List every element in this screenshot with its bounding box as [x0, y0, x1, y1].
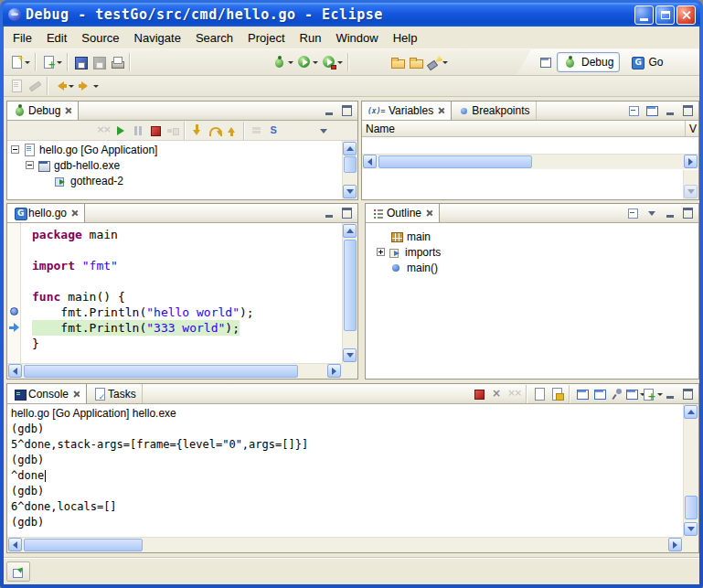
close-tab-icon[interactable]: [438, 107, 445, 114]
new-file-dropdown-icon[interactable]: [56, 55, 62, 69]
scrollbar-thumb[interactable]: [378, 155, 532, 168]
close-tab-icon[interactable]: [71, 209, 79, 217]
tab-breakpoints[interactable]: Breakpoints: [452, 102, 536, 120]
tab-tasks[interactable]: Tasks: [87, 384, 143, 403]
debug-dropdown-icon[interactable]: [287, 55, 293, 69]
show-stdout-button[interactable]: [574, 386, 591, 402]
editor-annotation-ruler[interactable]: [7, 223, 21, 363]
console-vertical-scrollbar[interactable]: [683, 404, 698, 537]
run-dropdown-button[interactable]: [295, 51, 320, 73]
maximize-view-button[interactable]: [679, 386, 697, 401]
save-all-button[interactable]: [90, 51, 108, 73]
search-dropdown-icon[interactable]: [442, 55, 448, 69]
remove-launch-button[interactable]: [488, 386, 505, 402]
show-type-names-button[interactable]: [626, 102, 643, 119]
perspective-debug-button[interactable]: Debug: [557, 52, 620, 72]
new-wizard-dropdown-icon[interactable]: [24, 55, 30, 69]
search-dropdown-button[interactable]: [425, 51, 450, 73]
close-tab-icon[interactable]: [426, 209, 433, 217]
scroll-down-button[interactable]: [343, 348, 357, 362]
maximize-view-button[interactable]: [679, 103, 697, 119]
forward-dropdown-icon[interactable]: [92, 79, 99, 93]
debug-tree[interactable]: hello.go [Go Application]gdb-hello.exego…: [7, 141, 342, 199]
variables-horizontal-scrollbar[interactable]: [362, 154, 698, 169]
minimize-button[interactable]: [634, 5, 654, 25]
tree-expander-icon[interactable]: [377, 248, 385, 256]
step-over-button[interactable]: [206, 123, 223, 139]
column-value[interactable]: V: [686, 123, 698, 135]
scroll-up-button[interactable]: [343, 224, 357, 238]
run-dropdown-icon[interactable]: [312, 55, 318, 69]
menu-project[interactable]: Project: [240, 28, 292, 48]
scroll-down-button[interactable]: [343, 185, 357, 198]
editor-body[interactable]: package main import "fmt" func main() { …: [7, 223, 342, 363]
step-filters-button[interactable]: [265, 123, 282, 139]
scrollbar-thumb[interactable]: [24, 365, 298, 378]
scrollbar-thumb[interactable]: [344, 156, 357, 173]
close-tab-icon[interactable]: [65, 107, 72, 114]
print-button[interactable]: [108, 51, 126, 73]
console-text-area[interactable]: hello.go [Go Application] hello.exe (gdb…: [7, 404, 683, 537]
skip-breakpoints-button[interactable]: [7, 75, 26, 97]
menu-window[interactable]: Window: [328, 28, 385, 48]
debug-view-menu-button[interactable]: [314, 123, 332, 138]
scrollbar-thumb[interactable]: [24, 539, 143, 551]
scroll-down-button[interactable]: [684, 522, 698, 536]
resume-button[interactable]: [112, 123, 129, 139]
tab-console[interactable]: Console: [7, 384, 87, 403]
minimize-view-button[interactable]: [320, 103, 337, 119]
maximize-button[interactable]: [655, 5, 675, 25]
debug-tree-item[interactable]: gdb-hello.exe: [7, 157, 342, 173]
scroll-right-button[interactable]: [684, 155, 698, 168]
debug-tree-item[interactable]: gothread-2: [7, 173, 342, 188]
debug-dropdown-button[interactable]: [271, 51, 295, 73]
show-stderr-button[interactable]: [591, 386, 608, 402]
open-console-dropdown-icon[interactable]: [656, 387, 663, 401]
pin-console-button[interactable]: [609, 386, 625, 402]
close-tab-icon[interactable]: [73, 390, 80, 398]
maximize-view-button[interactable]: [679, 206, 697, 221]
outline-view-menu-button[interactable]: [643, 206, 660, 221]
minimize-view-button[interactable]: [661, 386, 678, 401]
display-console-dropdown-button[interactable]: [626, 386, 643, 402]
scroll-lock-button[interactable]: [549, 386, 565, 402]
menu-edit[interactable]: Edit: [39, 28, 74, 48]
close-button[interactable]: [676, 5, 696, 25]
external-tools-dropdown-button[interactable]: [320, 51, 345, 73]
scrollbar-thumb[interactable]: [344, 240, 357, 331]
remove-all-launches-button[interactable]: [506, 386, 522, 402]
editor-horizontal-scrollbar[interactable]: [7, 363, 342, 379]
new-file-button[interactable]: [39, 51, 64, 73]
menu-help[interactable]: Help: [386, 28, 425, 48]
outline-item[interactable]: main(): [373, 260, 698, 275]
instruction-pointer-icon[interactable]: [9, 323, 19, 333]
suspend-button[interactable]: [129, 123, 146, 139]
outline-item[interactable]: main: [373, 229, 698, 244]
scrollbar-thumb[interactable]: [685, 496, 698, 519]
drop-to-frame-button[interactable]: [248, 123, 265, 139]
tab-variables[interactable]: Variables: [362, 102, 452, 120]
tree-expander-icon[interactable]: [26, 161, 34, 169]
open-perspective-icon[interactable]: [538, 55, 553, 69]
scroll-right-button[interactable]: [668, 538, 682, 551]
console-horizontal-scrollbar[interactable]: [7, 537, 683, 552]
minimize-view-button[interactable]: [320, 206, 337, 221]
column-name[interactable]: Name: [362, 123, 685, 135]
breakpoint-icon[interactable]: [10, 307, 18, 315]
scroll-left-button[interactable]: [363, 155, 377, 168]
remove-terminated-button[interactable]: [94, 123, 112, 139]
menu-search[interactable]: Search: [188, 28, 240, 48]
back-dropdown-icon[interactable]: [68, 79, 74, 93]
disconnect-button[interactable]: [164, 123, 181, 139]
menu-navigate[interactable]: Navigate: [127, 28, 188, 48]
last-edit-location-button[interactable]: [26, 75, 44, 97]
terminate-button[interactable]: [471, 386, 487, 402]
tree-expander-icon[interactable]: [11, 145, 19, 154]
outline-item[interactable]: imports: [373, 244, 698, 260]
menu-file[interactable]: File: [5, 28, 39, 48]
open-folder-button[interactable]: [389, 51, 407, 73]
perspective-go-button[interactable]: Go: [623, 52, 669, 72]
step-into-button[interactable]: [188, 123, 206, 139]
scroll-down-button[interactable]: [684, 185, 698, 198]
editor-vertical-scrollbar[interactable]: [342, 223, 357, 363]
